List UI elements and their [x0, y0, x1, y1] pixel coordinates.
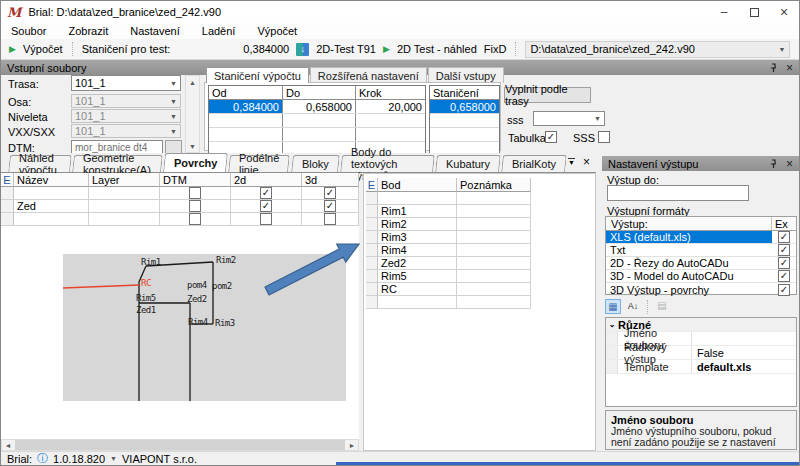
tab-povrchy[interactable]: Povrchy: [163, 153, 228, 172]
tab-rozsirena-nastaveni[interactable]: Rozšířená nastavení: [310, 67, 427, 83]
scroll-down-icon[interactable]: ▼: [186, 140, 199, 152]
menu-vypocet[interactable]: Výpočet: [257, 25, 297, 37]
collapse-icon[interactable]: ⌄: [606, 320, 618, 329]
tab-body-do-textovych-vystupu[interactable]: Body do textových výstupů: [340, 155, 435, 172]
menu-nastaveni[interactable]: Nastavení: [130, 25, 180, 37]
points-table: E Bod Poznámka RC Rim1 Rim2 Rim3 Rim4 Ze…: [366, 178, 532, 309]
property-row[interactable]: Templatedefault.xls: [606, 360, 796, 374]
2d-checkbox[interactable]: ✓: [260, 200, 272, 212]
niveleta-label: Niveleta: [8, 111, 48, 123]
preview-2d-button[interactable]: 2D Test - náhled: [397, 43, 477, 55]
format-row[interactable]: XLS (default.xls) ✓: [606, 231, 796, 244]
table-row[interactable]: Zed2: [366, 257, 532, 270]
tab-bloky[interactable]: Bloky: [291, 155, 340, 172]
point-label-rim2: Rim2: [216, 255, 236, 265]
table-row[interactable]: Rim2: [366, 218, 532, 231]
scroll-thumb[interactable]: [15, 440, 345, 450]
property-row[interactable]: Řádkový výstupFalse: [606, 346, 796, 360]
chevron-down-icon[interactable]: ▼: [110, 455, 117, 462]
trasa-value: 101_1: [75, 77, 106, 89]
minimize-button[interactable]: –: [709, 2, 739, 22]
osa-label: Osa:: [8, 96, 31, 108]
export-checkbox[interactable]: ✓: [778, 284, 790, 296]
table-row[interactable]: RC: [366, 192, 532, 205]
niveleta-combobox: 101_1▼: [71, 109, 181, 123]
export-checkbox[interactable]: ✓: [778, 270, 790, 282]
tabulka-checkbox[interactable]: ✓: [545, 131, 557, 143]
tabulka-label: Tabulka: [508, 132, 546, 144]
close-panel-icon[interactable]: ×: [786, 63, 793, 73]
sss-checkbox[interactable]: [598, 131, 610, 143]
alphabetical-sort-icon[interactable]: A↓: [625, 299, 641, 314]
scroll-right-icon[interactable]: ►: [346, 442, 358, 449]
table-row[interactable]: Rim5: [366, 270, 532, 283]
info-icon[interactable]: ⓘ: [37, 451, 48, 466]
table-row[interactable]: Rim3: [366, 231, 532, 244]
format-row[interactable]: 3D Výstup - povrchy ✓: [606, 283, 796, 296]
menu-ladeni[interactable]: Ladění: [202, 25, 236, 37]
dtm-checkbox[interactable]: [189, 200, 201, 212]
nazev-cell[interactable]: Zed: [14, 200, 89, 213]
3d-checkbox[interactable]: ✓: [324, 187, 336, 199]
table-row[interactable]: Zed ✓ ✓: [1, 200, 359, 213]
dtm-checkbox[interactable]: [189, 187, 201, 199]
cell-do[interactable]: 0,658000: [283, 100, 356, 113]
property-pages-icon: ▤: [654, 299, 670, 314]
station-for-test-value[interactable]: 0,384000: [243, 43, 289, 55]
export-checkbox[interactable]: ✓: [778, 257, 790, 269]
tab-kubatury[interactable]: Kubatury: [435, 155, 501, 172]
close-button[interactable]: ×: [769, 2, 799, 22]
trasa-combobox[interactable]: 101_1▼: [71, 75, 181, 91]
sss-combobox[interactable]: ▼: [533, 111, 605, 126]
property-grid: ⌄ Různé Jméno souboru Řádkový výstupFals…: [605, 317, 797, 407]
format-row[interactable]: Txt ✓: [606, 244, 796, 257]
2d-checkbox[interactable]: ✓: [260, 187, 272, 199]
scroll-left-icon[interactable]: ◄: [2, 442, 14, 449]
export-checkbox[interactable]: ✓: [778, 244, 790, 256]
table-row[interactable]: Rim4: [366, 244, 532, 257]
export-checkbox[interactable]: ✓: [778, 231, 790, 243]
table-row[interactable]: RC: [366, 283, 532, 296]
table-row[interactable]: Rim1: [366, 205, 532, 218]
cell-krok[interactable]: 20,000: [356, 100, 425, 113]
input-panel-scrollbar[interactable]: ▲ ▼: [185, 75, 200, 153]
3d-checkbox[interactable]: [324, 213, 336, 225]
scroll-up-icon[interactable]: ▲: [186, 76, 199, 88]
tab-overflow-icon[interactable]: ▼: [568, 158, 575, 166]
cell-od[interactable]: 0,384000: [209, 100, 283, 113]
table-row[interactable]: Rimsa ✓ ✓: [1, 187, 359, 200]
menu-soubor[interactable]: Soubor: [11, 25, 46, 37]
surfaces-pane-hscrollbar[interactable]: ◄ ►: [1, 439, 359, 451]
tab-nahled-vypoctu[interactable]: Náhled výpočtu: [8, 155, 72, 172]
close-tab-icon[interactable]: ×: [583, 155, 590, 169]
dtm-browse-button[interactable]: [165, 140, 182, 154]
tab-dalsi-vstupy[interactable]: Další vstupy: [428, 67, 504, 83]
table-row[interactable]: [1, 213, 359, 226]
tab-podelne-linie[interactable]: Podélné linie: [229, 155, 291, 172]
pin-icon[interactable]: [769, 159, 778, 169]
nazev-cell[interactable]: Rimsa: [14, 187, 89, 200]
fill-by-route-button[interactable]: Vyplnit podle trasy: [504, 87, 591, 103]
3d-checkbox[interactable]: ✓: [324, 200, 336, 212]
pin-icon[interactable]: [769, 63, 778, 73]
tab-brialkoty[interactable]: BrialKoty: [501, 155, 567, 172]
run-button[interactable]: Výpočet: [23, 43, 63, 55]
2d-checkbox[interactable]: [260, 213, 272, 225]
close-panel-icon[interactable]: ×: [786, 159, 793, 169]
test-2d-button[interactable]: 2D-Test T91: [316, 43, 376, 55]
format-row[interactable]: 3D - Model do AutoCADu ✓: [606, 270, 796, 283]
dtm-checkbox[interactable]: [189, 213, 201, 225]
output-to-input[interactable]: [607, 185, 749, 201]
file-path-combobox[interactable]: D:\data\zed_branice\zed_242.v90 ▼: [525, 41, 790, 58]
fixd-button[interactable]: FixD: [484, 43, 507, 55]
cell-staniceni[interactable]: 0,658000: [430, 100, 499, 113]
col-bod: Bod: [378, 178, 457, 192]
tab-geometrie-konstrukce[interactable]: Geometrie konstrukce(A): [73, 155, 163, 172]
categorized-view-icon[interactable]: ▦: [605, 299, 621, 314]
tab-staniceni-vypoctu[interactable]: Staničení výpočtu: [206, 67, 309, 83]
station-tabs: Staničení výpočtu Rozšířená nastavení Da…: [206, 67, 504, 83]
maximize-button[interactable]: [739, 2, 769, 22]
format-row[interactable]: 2D - Řezy do AutoCADu ✓: [606, 257, 796, 270]
table-row[interactable]: [366, 296, 532, 309]
menu-zobrazit[interactable]: Zobrazit: [68, 25, 108, 37]
